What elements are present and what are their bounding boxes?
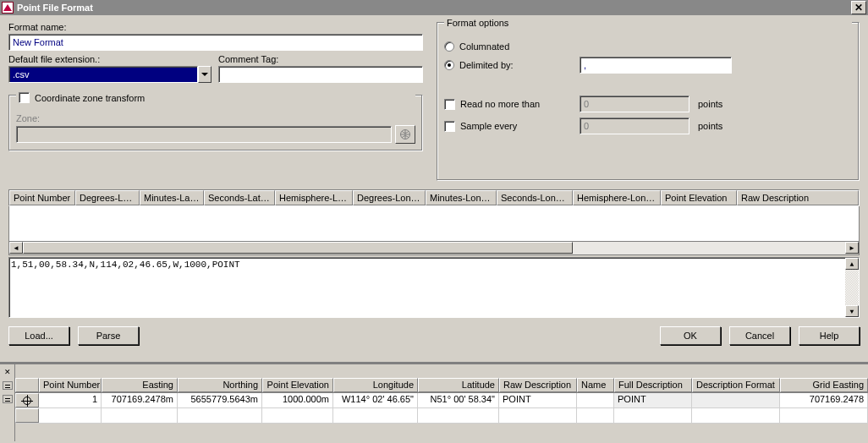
columns-hscroll[interactable]: ◄ ► <box>8 242 860 255</box>
scroll-left-icon[interactable]: ◄ <box>9 242 23 254</box>
sample-checkbox[interactable] <box>444 121 455 132</box>
coord-zone-checkbox[interactable] <box>19 92 30 103</box>
cancel-button[interactable]: Cancel <box>729 326 790 345</box>
ok-button[interactable]: OK <box>660 326 721 345</box>
sample-text: 1,51,00,58.34,N,114,02,46.65,W,1000,POIN… <box>11 260 240 270</box>
cell-geasting[interactable]: 707169.2478 <box>780 393 868 407</box>
titlebar: Point File Format ✕ <box>0 0 868 15</box>
scroll-thumb[interactable] <box>23 242 573 254</box>
gh-geasting[interactable]: Grid Easting <box>780 378 868 392</box>
col-sec-lon[interactable]: Seconds-Longit... <box>497 190 573 205</box>
zone-label: Zone: <box>16 113 415 123</box>
grid-header[interactable]: Point Number Easting Northing Point Elev… <box>15 378 868 393</box>
sample-textarea[interactable]: 1,51,00,58.34,N,114,02,46.65,W,1000,POIN… <box>8 257 860 318</box>
points-label-2: points <box>698 121 722 131</box>
sample-input <box>580 118 689 134</box>
columns-header[interactable]: Point Number Degrees-Lat... Minutes-Lati… <box>8 189 860 206</box>
chevron-down-icon[interactable] <box>198 66 212 83</box>
scroll-down-icon[interactable]: ▼ <box>845 305 859 317</box>
default-ext-input[interactable] <box>8 66 198 83</box>
col-hem-lon[interactable]: Hemisphere-Long... <box>573 190 661 205</box>
cell-elev[interactable]: 1000.000m <box>262 393 333 407</box>
gh-name[interactable]: Name <box>577 378 614 392</box>
cell-descfmt[interactable] <box>692 393 780 407</box>
cell-lat[interactable]: N51° 00' 58.34" <box>418 393 499 407</box>
read-limit-input <box>580 96 689 112</box>
col-hem-lat[interactable]: Hemisphere-Lat... <box>275 190 353 205</box>
delimiter-input[interactable] <box>580 57 732 74</box>
grid-corner[interactable] <box>15 378 39 392</box>
col-sec-lat[interactable]: Seconds-Latit... <box>204 190 275 205</box>
sample-label: Sample every <box>460 121 517 131</box>
col-deg-lon[interactable]: Degrees-Long... <box>353 190 426 205</box>
close-panel-icon[interactable]: ✕ <box>4 368 11 376</box>
comment-tag-input[interactable] <box>218 66 423 83</box>
cell-lon[interactable]: W114° 02' 46.65" <box>333 393 418 407</box>
delimited-radio[interactable] <box>444 60 454 70</box>
points-label-1: points <box>698 99 722 109</box>
cell-name[interactable] <box>577 393 614 407</box>
gh-lat[interactable]: Latitude <box>418 378 499 392</box>
gh-northing[interactable]: Northing <box>178 378 262 392</box>
coord-zone-group: Coordinate zone transform Zone: <box>8 95 423 151</box>
grid-row[interactable]: 1 707169.2478m 5655779.5643m 1000.000m W… <box>15 393 868 408</box>
read-limit-label: Read no more than <box>460 99 540 109</box>
load-button[interactable]: Load... <box>8 326 69 345</box>
grid-row-empty <box>15 408 868 424</box>
gh-rawdesc[interactable]: Raw Description <box>499 378 577 392</box>
cell-northing[interactable]: 5655779.5643m <box>178 393 262 407</box>
scroll-up-icon[interactable]: ▲ <box>845 258 859 270</box>
bottom-panel: ✕ Point Number Easting Northing Point El… <box>0 362 868 441</box>
col-min-lon[interactable]: Minutes-Longi... <box>426 190 497 205</box>
cell-point-number[interactable]: 1 <box>39 393 102 407</box>
window-title: Point File Format <box>17 3 93 13</box>
parse-button[interactable]: Parse <box>78 326 139 345</box>
cell-rawdesc[interactable]: POINT <box>499 393 577 407</box>
cell-fulldesc[interactable]: POINT <box>614 393 692 407</box>
globe-icon[interactable] <box>395 125 415 144</box>
default-ext-combo[interactable] <box>8 66 212 83</box>
format-name-label: Format name: <box>8 22 423 32</box>
dialog-body: Format name: Default file extension.: Co… <box>0 15 868 362</box>
col-rawdesc[interactable]: Raw Description <box>737 190 859 205</box>
help-button[interactable]: Help <box>799 326 860 345</box>
format-name-input[interactable] <box>8 34 423 51</box>
gh-point-number[interactable]: Point Number <box>39 378 102 392</box>
row-header-icon[interactable] <box>15 393 39 407</box>
columnated-radio[interactable] <box>444 41 454 52</box>
panel-mode-icon-1[interactable] <box>3 381 13 390</box>
columns-body[interactable] <box>8 206 860 242</box>
col-point-number[interactable]: Point Number <box>9 190 75 205</box>
gh-descfmt[interactable]: Description Format <box>692 378 780 392</box>
col-min-lat[interactable]: Minutes-Lati... <box>140 190 204 205</box>
gh-fulldesc[interactable]: Full Description <box>614 378 692 392</box>
comment-tag-label: Comment Tag: <box>218 54 423 64</box>
zone-input <box>16 126 392 143</box>
col-elev[interactable]: Point Elevation <box>661 190 737 205</box>
cell-easting[interactable]: 707169.2478m <box>102 393 178 407</box>
columnated-label: Columnated <box>459 41 509 52</box>
close-button[interactable]: ✕ <box>851 1 866 14</box>
delimited-label: Delimited by: <box>459 60 514 70</box>
panel-mode-icon-2[interactable] <box>3 395 13 403</box>
default-ext-label: Default file extension.: <box>8 54 212 64</box>
gh-easting[interactable]: Easting <box>102 378 178 392</box>
target-icon <box>23 397 31 405</box>
scroll-right-icon[interactable]: ► <box>845 242 859 254</box>
app-icon <box>2 2 14 14</box>
col-deg-lat[interactable]: Degrees-Lat... <box>75 190 140 205</box>
coord-zone-label: Coordinate zone transform <box>35 93 145 103</box>
format-options-label: Format options <box>444 18 852 28</box>
gh-elev[interactable]: Point Elevation <box>262 378 333 392</box>
read-limit-checkbox[interactable] <box>444 99 455 110</box>
panel-gutter[interactable]: ✕ <box>0 364 15 441</box>
gh-lon[interactable]: Longitude <box>333 378 418 392</box>
format-options-group: Format options Columnated Delimited by: <box>437 22 860 181</box>
